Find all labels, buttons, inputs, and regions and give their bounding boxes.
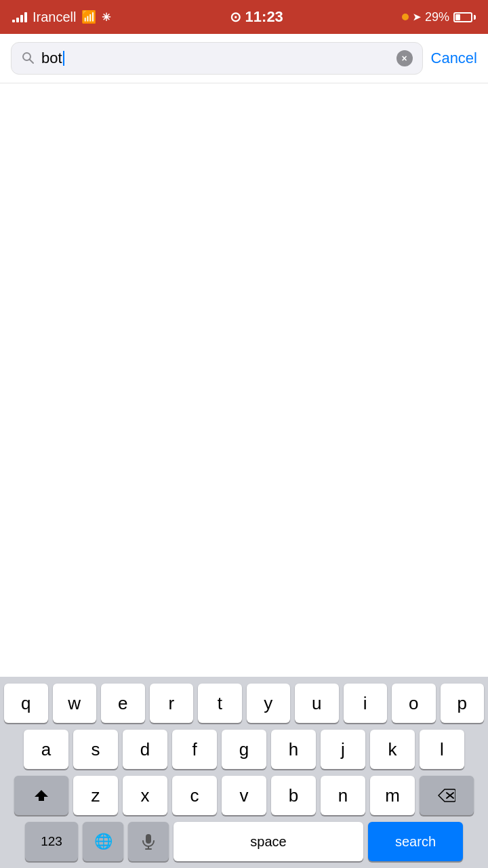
search-input[interactable]: bot	[41, 50, 390, 67]
key-j[interactable]: j	[321, 730, 365, 769]
status-left: Irancell 📶 ✳	[12, 9, 110, 25]
keyboard-row-3: z x c v b n m	[4, 776, 484, 815]
search-query-text: bot	[41, 50, 62, 67]
keyboard: q w e r t y u i o p a s d f g h j k l z …	[0, 677, 488, 868]
key-s[interactable]: s	[73, 730, 118, 769]
key-v[interactable]: v	[222, 776, 266, 815]
battery-icon	[453, 12, 476, 22]
battery-percent: 29%	[425, 10, 449, 24]
key-b[interactable]: b	[271, 776, 316, 815]
key-y[interactable]: y	[247, 684, 291, 723]
search-icon	[21, 51, 35, 66]
wifi-icon: 📶	[81, 9, 96, 24]
key-e[interactable]: e	[101, 684, 145, 723]
key-q[interactable]: q	[4, 684, 48, 723]
status-center: ⊙ 11:23	[230, 8, 283, 26]
key-u[interactable]: u	[295, 684, 339, 723]
carrier-name: Irancell	[33, 9, 76, 25]
svg-rect-4	[146, 834, 151, 844]
signal-icon	[12, 12, 27, 22]
key-z[interactable]: z	[73, 776, 118, 815]
target-icon: ⊙	[230, 9, 241, 25]
search-area: bot × Cancel	[0, 34, 488, 83]
key-m[interactable]: m	[370, 776, 415, 815]
sun-icon: ✳	[102, 11, 110, 24]
search-key[interactable]: search	[368, 822, 463, 861]
status-right: ➤ 29%	[402, 10, 476, 24]
key-x[interactable]: x	[123, 776, 167, 815]
key-a[interactable]: a	[24, 730, 68, 769]
key-t[interactable]: t	[198, 684, 242, 723]
keyboard-row-2: a s d f g h j k l	[4, 730, 484, 769]
key-l[interactable]: l	[420, 730, 464, 769]
key-g[interactable]: g	[222, 730, 266, 769]
shift-key[interactable]	[14, 776, 68, 815]
space-key[interactable]: space	[174, 822, 363, 861]
clear-button[interactable]: ×	[396, 50, 413, 66]
status-bar: Irancell 📶 ✳ ⊙ 11:23 ➤ 29%	[0, 0, 488, 34]
clock: 11:23	[245, 8, 283, 26]
key-f[interactable]: f	[172, 730, 217, 769]
notification-dot	[402, 14, 409, 20]
key-n[interactable]: n	[321, 776, 365, 815]
keyboard-bottom-row: 123 🌐 space search	[4, 822, 484, 861]
numbers-key[interactable]: 123	[25, 822, 78, 861]
globe-key[interactable]: 🌐	[83, 822, 123, 861]
location-icon: ➤	[413, 12, 421, 22]
key-h[interactable]: h	[271, 730, 316, 769]
delete-key[interactable]	[420, 776, 474, 815]
key-o[interactable]: o	[392, 684, 436, 723]
search-box[interactable]: bot ×	[11, 42, 423, 75]
key-k[interactable]: k	[370, 730, 415, 769]
key-i[interactable]: i	[344, 684, 388, 723]
svg-line-1	[30, 59, 34, 63]
keyboard-row-1: q w e r t y u i o p	[4, 684, 484, 723]
text-cursor	[63, 51, 64, 66]
key-d[interactable]: d	[123, 730, 167, 769]
cancel-button[interactable]: Cancel	[431, 47, 477, 70]
key-w[interactable]: w	[53, 684, 97, 723]
key-r[interactable]: r	[150, 684, 194, 723]
mic-key[interactable]	[128, 822, 169, 861]
search-results-area	[0, 83, 488, 677]
key-p[interactable]: p	[441, 684, 485, 723]
key-c[interactable]: c	[172, 776, 217, 815]
